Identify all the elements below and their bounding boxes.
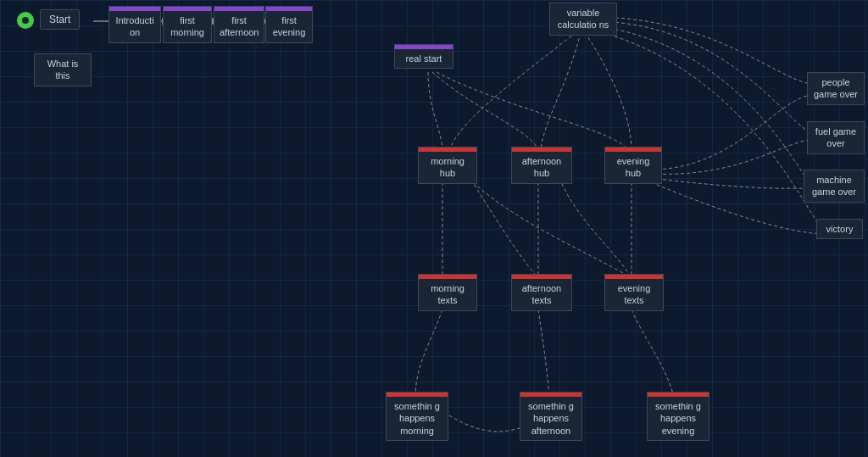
- node-something-afternoon[interactable]: somethin g happens afternoon: [520, 392, 582, 441]
- first-evening-label: first evening: [266, 11, 312, 42]
- node-something-morning[interactable]: somethin g happens morning: [386, 392, 448, 441]
- node-something-evening[interactable]: somethin g happens evening: [647, 392, 709, 441]
- node-fuel-game-over[interactable]: fuel game over: [807, 121, 865, 154]
- variable-calculations-label: variable calculatio ns: [550, 3, 616, 35]
- node-first-afternoon[interactable]: first afternoon: [214, 6, 264, 43]
- fuel-game-over-label: fuel game over: [808, 122, 864, 153]
- victory-label: victory: [817, 220, 862, 238]
- people-game-over-label: people game over: [808, 73, 864, 104]
- something-evening-label: somethin g happens evening: [648, 397, 709, 440]
- something-morning-label: somethin g happens morning: [387, 397, 448, 440]
- start-label: Start: [49, 14, 70, 25]
- node-afternoon-texts[interactable]: afternoon texts: [511, 274, 572, 311]
- node-evening-texts[interactable]: evening texts: [604, 274, 664, 311]
- node-first-evening[interactable]: first evening: [265, 6, 313, 43]
- morning-hub-label: morning hub: [419, 152, 476, 183]
- node-morning-texts[interactable]: morning texts: [418, 274, 477, 311]
- evening-hub-label: evening hub: [605, 152, 661, 183]
- node-machine-game-over[interactable]: machine game over: [804, 170, 865, 203]
- introduction-label: Introducti on: [109, 11, 160, 42]
- morning-texts-label: morning texts: [419, 279, 476, 310]
- flow-canvas[interactable]: Start What is this Introducti on first m…: [0, 0, 868, 457]
- node-afternoon-hub[interactable]: afternoon hub: [511, 147, 572, 184]
- node-what-is-this[interactable]: What is this: [34, 53, 92, 86]
- start-dot: [17, 12, 34, 29]
- node-victory[interactable]: victory: [816, 219, 863, 239]
- first-afternoon-label: first afternoon: [214, 11, 264, 42]
- node-people-game-over[interactable]: people game over: [807, 72, 865, 105]
- first-morning-label: first morning: [164, 11, 211, 42]
- something-afternoon-label: somethin g happens afternoon: [520, 397, 581, 440]
- afternoon-hub-label: afternoon hub: [512, 152, 571, 183]
- node-variable-calculations[interactable]: variable calculatio ns: [549, 3, 617, 36]
- evening-texts-label: evening texts: [605, 279, 663, 310]
- machine-game-over-label: machine game over: [804, 170, 864, 202]
- what-is-this-label: What is this: [35, 54, 91, 86]
- node-real-start[interactable]: real start: [394, 44, 453, 69]
- node-introduction[interactable]: Introducti on: [108, 6, 161, 43]
- node-start[interactable]: Start: [40, 9, 80, 30]
- afternoon-texts-label: afternoon texts: [512, 279, 571, 310]
- real-start-label: real start: [395, 49, 453, 68]
- node-evening-hub[interactable]: evening hub: [604, 147, 662, 184]
- node-morning-hub[interactable]: morning hub: [418, 147, 477, 184]
- node-first-morning[interactable]: first morning: [163, 6, 212, 43]
